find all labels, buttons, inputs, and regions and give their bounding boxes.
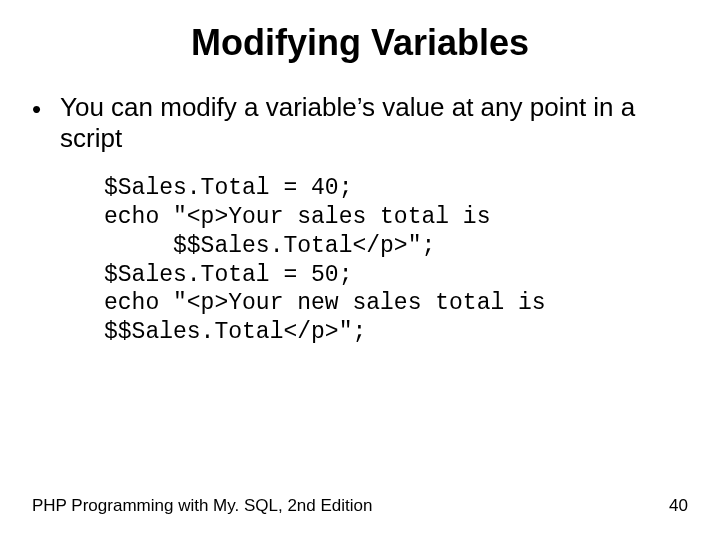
bullet-text: You can modify a variable’s value at any…	[60, 92, 688, 154]
footer-source: PHP Programming with My. SQL, 2nd Editio…	[32, 496, 372, 516]
page-number: 40	[669, 496, 688, 516]
bullet-marker: •	[32, 92, 60, 125]
slide-body: • You can modify a variable’s value at a…	[0, 64, 720, 347]
slide-title: Modifying Variables	[0, 0, 720, 64]
code-block: $Sales.Total = 40; echo "<p>Your sales t…	[32, 154, 688, 347]
bullet-item: • You can modify a variable’s value at a…	[32, 92, 688, 154]
slide: Modifying Variables • You can modify a v…	[0, 0, 720, 540]
